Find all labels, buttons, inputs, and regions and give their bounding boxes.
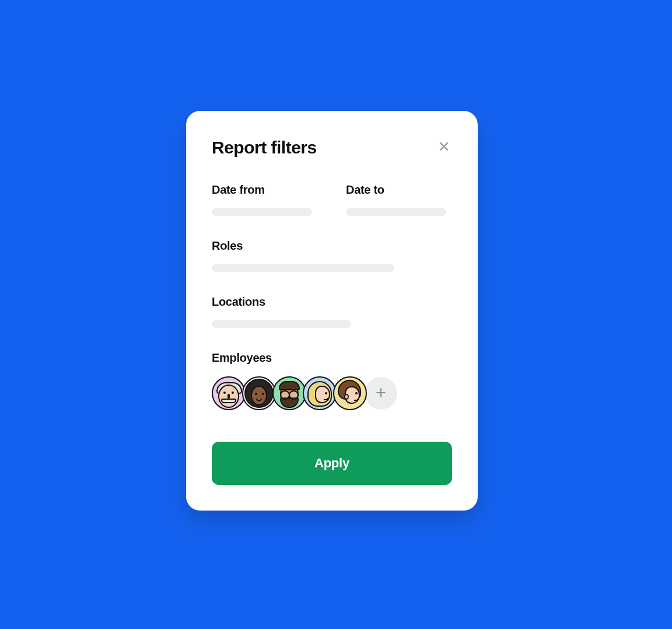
employee-avatar-5[interactable]	[333, 376, 367, 410]
close-button[interactable]	[436, 139, 452, 155]
modal-header: Report filters	[212, 138, 452, 158]
roles-label: Roles	[212, 239, 452, 253]
date-to-label: Date to	[346, 183, 452, 197]
report-filters-modal: Report filters Date from Date to Roles L…	[186, 111, 478, 511]
date-to-input[interactable]	[346, 208, 446, 216]
plus-icon	[375, 387, 387, 400]
employee-avatar-3[interactable]	[272, 376, 306, 410]
employees-avatar-row	[212, 376, 452, 410]
close-icon	[438, 141, 450, 154]
employees-field: Employees	[212, 351, 452, 410]
date-from-input[interactable]	[212, 208, 312, 216]
employees-label: Employees	[212, 351, 452, 365]
employee-avatar-2[interactable]	[242, 376, 276, 410]
date-from-label: Date from	[212, 183, 318, 197]
employee-avatar-1[interactable]	[212, 376, 246, 410]
locations-input[interactable]	[212, 320, 351, 328]
modal-title: Report filters	[212, 138, 317, 158]
date-to-field: Date to	[346, 183, 452, 216]
roles-input[interactable]	[212, 264, 394, 272]
roles-field: Roles	[212, 239, 452, 272]
locations-field: Locations	[212, 295, 452, 328]
locations-label: Locations	[212, 295, 452, 309]
employee-avatar-4[interactable]	[303, 376, 337, 410]
date-from-field: Date from	[212, 183, 318, 216]
apply-button[interactable]: Apply	[212, 442, 452, 485]
date-range-row: Date from Date to	[212, 183, 452, 216]
add-employee-button[interactable]	[365, 377, 397, 410]
